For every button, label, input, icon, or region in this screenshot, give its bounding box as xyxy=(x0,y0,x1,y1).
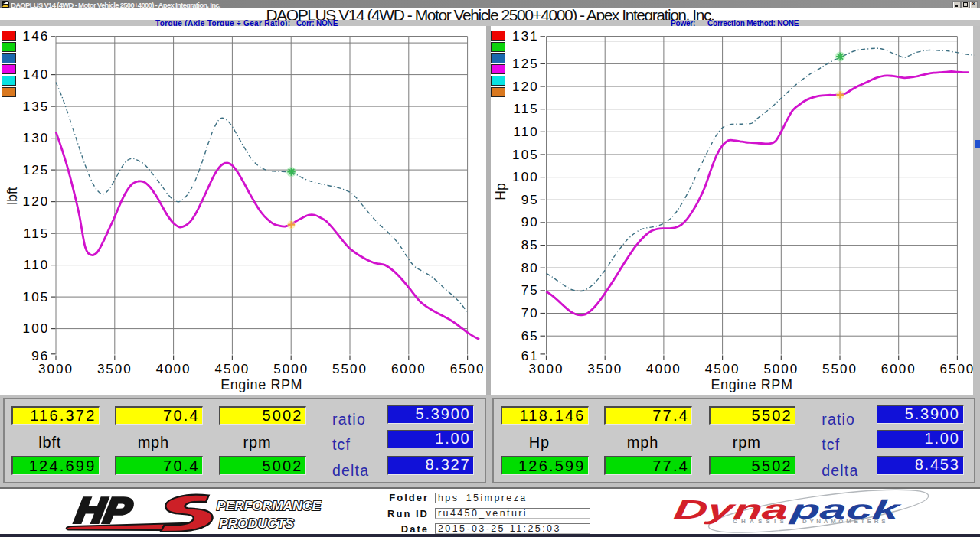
svg-text:HP: HP xyxy=(73,490,135,530)
svg-text:90: 90 xyxy=(521,215,539,229)
svg-text:65: 65 xyxy=(521,329,539,343)
svg-text:125: 125 xyxy=(512,57,539,71)
svg-text:6500: 6500 xyxy=(939,362,975,376)
svg-text:80: 80 xyxy=(521,261,539,275)
svg-text:4500: 4500 xyxy=(705,362,740,376)
svg-text:lbft: lbft xyxy=(5,187,20,204)
svg-text:140: 140 xyxy=(23,67,50,82)
svg-text:61: 61 xyxy=(521,349,539,363)
svg-text:4000: 4000 xyxy=(646,362,681,376)
svg-text:5000: 5000 xyxy=(273,362,309,376)
svg-text:100: 100 xyxy=(23,321,50,336)
svg-text:135: 135 xyxy=(23,99,50,114)
svg-text:PRODUCTS: PRODUCTS xyxy=(219,516,294,530)
svg-text:3500: 3500 xyxy=(587,362,622,376)
svg-text:125: 125 xyxy=(23,163,50,177)
svg-text:Engine RPM: Engine RPM xyxy=(710,377,792,392)
svg-text:5500: 5500 xyxy=(822,362,858,376)
svg-text:4000: 4000 xyxy=(156,362,191,376)
svg-text:Engine RPM: Engine RPM xyxy=(220,377,302,392)
svg-text:3000: 3000 xyxy=(529,362,564,376)
svg-text:115: 115 xyxy=(513,102,539,116)
svg-text:6500: 6500 xyxy=(450,362,485,376)
svg-text:75: 75 xyxy=(521,283,539,298)
svg-text:100: 100 xyxy=(512,170,539,184)
svg-text:120: 120 xyxy=(512,80,539,94)
svg-text:DYNAMOMETERS: DYNAMOMETERS xyxy=(802,518,888,525)
svg-text:146: 146 xyxy=(23,29,50,44)
svg-text:5500: 5500 xyxy=(332,362,368,376)
svg-text:96: 96 xyxy=(31,349,49,363)
svg-text:5000: 5000 xyxy=(763,362,799,376)
svg-text:PERFORMANCE: PERFORMANCE xyxy=(217,499,322,513)
svg-text:85: 85 xyxy=(521,238,539,252)
svg-text:6000: 6000 xyxy=(881,362,916,376)
svg-text:105: 105 xyxy=(512,148,539,162)
svg-text:130: 130 xyxy=(23,131,50,145)
svg-text:3000: 3000 xyxy=(38,362,74,376)
svg-text:120: 120 xyxy=(23,194,50,209)
svg-text:4500: 4500 xyxy=(214,362,250,376)
svg-text:95: 95 xyxy=(521,193,539,207)
svg-text:6000: 6000 xyxy=(391,362,426,376)
svg-text:70: 70 xyxy=(521,306,539,321)
svg-text:CHASSIS: CHASSIS xyxy=(733,518,788,525)
svg-text:131: 131 xyxy=(512,29,539,44)
svg-text:115: 115 xyxy=(24,226,50,241)
svg-text:105: 105 xyxy=(23,290,50,304)
svg-text:110: 110 xyxy=(24,258,50,272)
svg-text:Hp: Hp xyxy=(493,183,508,200)
svg-text:3500: 3500 xyxy=(97,362,132,376)
svg-text:110: 110 xyxy=(513,125,539,139)
